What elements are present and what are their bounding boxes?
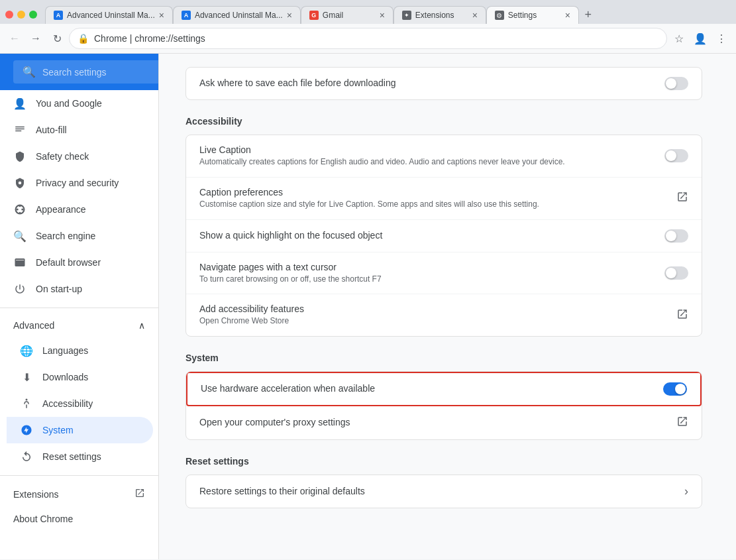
sidebar-item-reset[interactable]: Reset settings [7,443,153,470]
sidebar-item-downloads-label: Downloads [42,372,88,382]
search-input[interactable] [42,67,158,78]
svg-point-12 [26,399,28,401]
sidebar-item-about[interactable]: About Chrome [0,507,153,531]
tab-3[interactable]: G Gmail × [301,6,394,24]
tab-2[interactable]: A Advanced Uninstall Ma... × [173,6,301,24]
sidebar-item-accessibility[interactable]: Accessibility [7,390,153,417]
tab-1[interactable]: A Advanced Uninstall Ma... × [45,6,173,24]
tab-5[interactable]: ⚙ Settings × [486,6,579,24]
sidebar-item-on-startup-label: On start-up [36,284,82,294]
svg-rect-2 [15,131,21,132]
quick-highlight-row: Show a quick highlight on the focused ob… [186,220,702,252]
svg-point-7 [21,209,23,211]
refresh-button[interactable]: ↻ [48,29,66,48]
settings-page: 🔍 👤 You and Google Auto-fill Safety ch [0,54,736,559]
downloads-icon: ⬇ [20,370,33,384]
tab-5-close[interactable]: × [565,11,570,20]
svg-rect-10 [15,258,25,266]
quick-highlight-toggle[interactable] [664,229,688,243]
main-content: Ask where to save each file before downl… [159,54,736,559]
quick-highlight-label: Show a quick highlight on the focused ob… [199,230,654,241]
search-engine-icon: 🔍 [13,229,26,243]
sidebar-extensions-row[interactable]: Extensions [0,481,158,507]
add-accessibility-text: Add accessibility features Open Chrome W… [199,304,676,327]
appearance-icon [13,203,26,216]
svg-rect-0 [15,127,25,128]
tab-2-close[interactable]: × [287,11,292,20]
privacy-icon [13,176,26,190]
chevron-up-icon: ∧ [138,320,145,331]
add-accessibility-external-icon[interactable] [676,308,688,323]
tab-4-close[interactable]: × [472,11,478,20]
sidebar-item-downloads[interactable]: ⬇ Downloads [7,364,153,390]
sidebar-item-system[interactable]: System [7,417,153,443]
forward-button[interactable]: → [26,29,45,48]
sidebar-item-default-browser[interactable]: Default browser [0,249,153,276]
person-icon: 👤 [13,97,26,110]
nav-bar: ← → ↻ 🔒 Chrome | chrome://settings ☆ 👤 ⋮ [0,24,736,54]
live-caption-label: Live Caption [199,144,654,155]
sidebar-item-default-browser-label: Default browser [36,257,101,268]
browser-chrome: A Advanced Uninstall Ma... × A Advanced … [0,0,736,559]
hardware-acceleration-toggle[interactable] [663,382,687,396]
caption-preferences-text: Caption preferences Customise caption si… [199,187,676,210]
new-tab-button[interactable]: + [579,5,598,24]
svg-rect-11 [16,260,24,260]
quick-highlight-text: Show a quick highlight on the focused ob… [199,230,664,242]
reset-card: Restore settings to their original defau… [185,475,702,508]
text-cursor-label: Navigate pages with a text cursor [199,262,654,272]
address-bar[interactable]: 🔒 Chrome | chrome://settings [69,28,667,49]
svg-point-6 [19,205,21,207]
accessibility-card: Live Caption Automatically creates capti… [185,135,702,337]
close-button[interactable] [5,11,13,19]
extensions-external-icon [134,488,145,500]
live-caption-desc: Automatically creates captions for Engli… [199,156,654,168]
reset-icon [20,450,33,463]
sidebar-item-privacy[interactable]: Privacy and security [0,170,153,196]
tab-2-label: Advanced Uninstall Ma... [195,11,283,20]
sidebar-item-safety-check[interactable]: Safety check [0,143,153,170]
text-cursor-desc: To turn caret browsing on or off, use th… [199,274,654,285]
proxy-settings-row: Open your computer's proxy settings [186,406,702,439]
sidebar-item-appearance[interactable]: Appearance [0,196,153,223]
sidebar-advanced-toggle[interactable]: Advanced ∧ [0,313,158,337]
restore-defaults-row[interactable]: Restore settings to their original defau… [186,475,702,508]
menu-button[interactable]: ⋮ [712,29,731,48]
sidebar-item-languages[interactable]: 🌐 Languages [7,337,153,364]
sidebar-item-you-google[interactable]: 👤 You and Google [0,90,153,117]
ask-save-location-toggle[interactable] [664,77,688,90]
tabs-bar: A Advanced Uninstall Ma... × A Advanced … [45,5,711,24]
sidebar-item-privacy-label: Privacy and security [36,178,119,188]
restore-defaults-arrow-icon: › [684,484,688,498]
languages-icon: 🌐 [20,344,33,357]
tab-1-close[interactable]: × [159,11,164,20]
back-button[interactable]: ← [5,29,24,48]
caption-preferences-external-icon[interactable] [676,191,688,205]
extensions-label: Extensions [13,489,58,500]
sidebar-item-appearance-label: Appearance [36,204,86,215]
tab-4[interactable]: ✦ Extensions × [394,6,486,24]
profile-button[interactable]: 👤 [691,29,710,48]
add-accessibility-desc: Open Chrome Web Store [199,315,666,327]
bookmark-button[interactable]: ☆ [670,29,688,48]
system-icon [20,423,33,437]
text-cursor-toggle[interactable] [664,266,688,280]
safety-icon [13,150,26,163]
sidebar-item-on-startup[interactable]: On start-up [0,276,153,302]
proxy-settings-external-icon[interactable] [676,416,688,430]
address-text: Chrome | chrome://settings [94,33,658,44]
live-caption-row: Live Caption Automatically creates capti… [186,135,702,178]
ask-save-location-row: Ask where to save each file before downl… [186,68,702,99]
sidebar-item-autofill[interactable]: Auto-fill [0,117,153,143]
about-chrome-label: About Chrome [13,514,73,524]
live-caption-toggle[interactable] [664,149,688,162]
maximize-button[interactable] [29,11,37,19]
tab-3-close[interactable]: × [380,11,385,20]
title-bar: A Advanced Uninstall Ma... × A Advanced … [0,0,736,24]
sidebar-item-search-engine[interactable]: 🔍 Search engine [0,223,153,249]
system-card: Use hardware acceleration when available… [185,371,702,440]
nav-right-buttons: ☆ 👤 ⋮ [670,29,731,48]
tab-1-favicon: A [54,11,63,20]
sidebar: 🔍 👤 You and Google Auto-fill Safety ch [0,54,159,559]
minimize-button[interactable] [17,11,25,19]
